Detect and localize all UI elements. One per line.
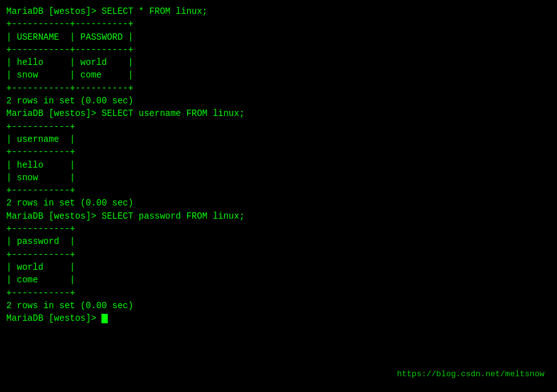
terminal-line: 2 rows in set (0.00 sec): [6, 299, 551, 312]
terminal-line: MariaDB [westos]> SELECT password FROM l…: [6, 210, 551, 222]
terminal-line: +-----------+: [6, 287, 551, 299]
terminal-line: | world |: [6, 261, 551, 274]
terminal-line: | USERNAME | PASSWORD |: [6, 31, 551, 43]
terminal-line: | hello | world |: [6, 56, 551, 69]
terminal-line: +-----------+----------+: [6, 43, 551, 56]
terminal-line: MariaDB [westos]> SELECT username FROM l…: [6, 107, 551, 120]
terminal-line: | hello |: [6, 159, 551, 171]
terminal-line: 2 rows in set (0.00 sec): [6, 197, 551, 209]
terminal-line: +-----------+: [6, 120, 551, 133]
terminal-line: | password |: [6, 235, 551, 248]
watermark: https://blog.csdn.net/meltsnow: [397, 369, 544, 381]
terminal-line: +-----------+: [6, 184, 551, 197]
terminal-line: +-----------+----------+: [6, 18, 551, 30]
terminal: MariaDB [westos]> SELECT * FROM linux;+-…: [6, 5, 551, 387]
terminal-line: MariaDB [westos]>: [6, 312, 551, 325]
terminal-line: | come |: [6, 274, 551, 286]
terminal-line: +-----------+----------+: [6, 82, 551, 95]
terminal-output: MariaDB [westos]> SELECT * FROM linux;+-…: [6, 5, 551, 325]
terminal-line: | snow | come |: [6, 69, 551, 81]
terminal-line: | snow |: [6, 171, 551, 184]
terminal-line: | username |: [6, 133, 551, 146]
terminal-line: +-----------+: [6, 222, 551, 235]
terminal-line: 2 rows in set (0.00 sec): [6, 95, 551, 107]
terminal-line: +-----------+: [6, 146, 551, 158]
terminal-cursor: [101, 314, 108, 323]
terminal-line: +-----------+: [6, 248, 551, 261]
terminal-line: MariaDB [westos]> SELECT * FROM linux;: [6, 5, 551, 18]
